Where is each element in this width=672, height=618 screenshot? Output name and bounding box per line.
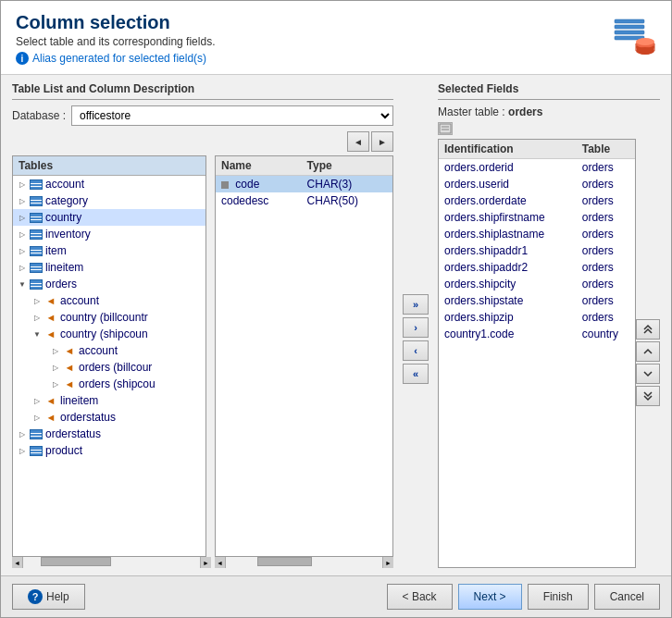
nav-back-button[interactable]: ◄: [347, 131, 369, 152]
nav-buttons: ◄ ►: [12, 131, 393, 152]
tree-label: product: [45, 444, 82, 457]
field-panel[interactable]: Name Type code CHAR(3: [215, 155, 393, 557]
col-identification: Identification: [439, 140, 577, 159]
add-one-button[interactable]: ›: [403, 317, 429, 338]
database-select[interactable]: officestore: [71, 105, 393, 126]
dialog-subtitle: Select table and its corresponding field…: [16, 35, 215, 48]
tree-label: account: [60, 294, 99, 307]
table-tree[interactable]: Tables ▷ account ▷ category: [12, 155, 206, 557]
link-icon: ◄: [63, 345, 76, 356]
scroll-track: [23, 557, 200, 568]
add-all-button[interactable]: »: [403, 294, 429, 315]
field-table: Name Type code CHAR(3: [216, 156, 392, 209]
back-button[interactable]: < Back: [387, 584, 453, 610]
dialog-hint: i Alias generated for selected field(s): [16, 52, 215, 65]
master-table-label: Master table : orders: [438, 105, 660, 118]
tree-item-category[interactable]: ▷ category: [13, 192, 205, 209]
tree-label: country (billcountr: [60, 311, 148, 324]
move-up-button[interactable]: [636, 341, 660, 362]
tree-item-orders-country-bill[interactable]: ▷ ◄ country (billcountr: [13, 309, 205, 326]
tree-item-product[interactable]: ▷ product: [13, 442, 205, 459]
help-label: Help: [46, 590, 69, 603]
cancel-button[interactable]: Cancel: [594, 584, 660, 610]
dialog-body: Table List and Column Description Databa…: [1, 75, 671, 575]
next-button[interactable]: Next >: [458, 584, 522, 610]
tree-item-lineitem[interactable]: ▷ lineitem: [13, 259, 205, 276]
selected-field-row[interactable]: orders.shipcityorders: [439, 276, 635, 292]
nav-forward-button[interactable]: ►: [371, 131, 393, 152]
tree-label: item: [45, 244, 67, 257]
svg-rect-1: [615, 25, 644, 29]
link-icon: ◄: [44, 328, 57, 340]
svg-point-6: [636, 38, 654, 45]
move-down-button[interactable]: [636, 364, 660, 384]
expand-icon: ▷: [31, 395, 43, 406]
tree-horiz-scrollbar[interactable]: ◄ ►: [12, 557, 211, 568]
info-icon: i: [16, 52, 29, 65]
field-horiz-scrollbar[interactable]: ◄ ►: [215, 557, 393, 568]
scroll-thumb: [257, 557, 312, 566]
svg-rect-10: [440, 124, 451, 133]
tree-item-orders-country-ship[interactable]: ▼ ◄ country (shipcoun: [13, 326, 205, 342]
scroll-left-btn[interactable]: ◄: [215, 557, 226, 568]
tree-item-country[interactable]: ▷ country: [13, 209, 205, 226]
tree-item-orders-country-ship-orders-bill[interactable]: ▷ ◄ orders (billcour: [13, 359, 205, 376]
selected-field-row[interactable]: orders.shipaddr1orders: [439, 242, 635, 259]
tree-item-orders-lineitem[interactable]: ▷ ◄ lineitem: [13, 392, 205, 409]
link-icon: ◄: [44, 395, 57, 406]
tree-item-orders-account[interactable]: ▷ ◄ account: [13, 292, 205, 309]
tree-item-orders-country-ship-account[interactable]: ▷ ◄ account: [13, 342, 205, 359]
remove-one-button[interactable]: ‹: [403, 340, 429, 361]
selected-field-row[interactable]: orders.shipaddr2orders: [439, 259, 635, 276]
move-bottom-button[interactable]: [636, 386, 660, 406]
tree-item-account[interactable]: ▷ account: [13, 176, 205, 192]
table-icon: [30, 229, 43, 240]
master-table-value: orders: [508, 105, 542, 118]
selected-field-row[interactable]: orders.orderidorders: [439, 159, 635, 177]
tree-label: orderstatus: [45, 427, 101, 440]
finish-button[interactable]: Finish: [528, 584, 589, 610]
expand-icon: ▷: [17, 195, 28, 206]
move-top-button[interactable]: [636, 319, 660, 340]
selected-field-row[interactable]: orders.shipstateorders: [439, 292, 635, 309]
selected-field-row[interactable]: orders.shipfirstnameorders: [439, 209, 635, 226]
edit-icon[interactable]: [438, 122, 453, 135]
tree-label: lineitem: [45, 261, 83, 274]
table-icon: [30, 262, 43, 273]
tree-label: orders (billcour: [79, 361, 152, 374]
table-icon: [30, 212, 43, 223]
expand-icon: ▷: [31, 412, 43, 423]
help-icon: ?: [28, 589, 43, 604]
field-row[interactable]: code CHAR(3): [216, 176, 392, 193]
table-icon: [30, 428, 43, 439]
scroll-right-btn[interactable]: ►: [382, 557, 393, 568]
tree-item-inventory[interactable]: ▷ inventory: [13, 226, 205, 242]
field-name: code: [216, 176, 302, 193]
tree-item-orders-orderstatus[interactable]: ▷ ◄ orderstatus: [13, 409, 205, 426]
expand-icon: ▷: [17, 212, 28, 223]
expand-icon: ▷: [17, 428, 28, 439]
svg-rect-0: [615, 19, 644, 23]
selected-fields-table[interactable]: Identification Table orders.orderidorder…: [438, 139, 636, 568]
scroll-right-btn[interactable]: ►: [200, 557, 211, 568]
remove-all-button[interactable]: «: [403, 364, 429, 384]
selected-field-row[interactable]: orders.shiplastnameorders: [439, 226, 635, 242]
selected-field-row[interactable]: orders.useridorders: [439, 176, 635, 192]
column-selection-dialog: Column selection Select table and its co…: [0, 0, 672, 618]
tree-label: orders (shipcou: [79, 377, 156, 390]
scroll-left-btn[interactable]: ◄: [12, 557, 23, 568]
selected-field-row[interactable]: orders.shipziporders: [439, 309, 635, 326]
expand-icon: ▷: [31, 312, 43, 323]
selected-field-row[interactable]: country1.codecountry: [439, 326, 635, 342]
tree-item-orders[interactable]: ▼ orders: [13, 276, 205, 292]
help-button[interactable]: ? Help: [12, 584, 85, 610]
tree-item-orders-country-ship-orders-ship[interactable]: ▷ ◄ orders (shipcou: [13, 376, 205, 392]
right-panel: Selected Fields Master table : orders: [438, 82, 660, 568]
expand-icon: ▷: [31, 295, 43, 306]
tree-item-orderstatus[interactable]: ▷ orderstatus: [13, 426, 205, 442]
field-row[interactable]: codedesc CHAR(50): [216, 192, 392, 209]
expand-icon: ▷: [17, 229, 28, 240]
expand-icon: ▷: [17, 262, 28, 273]
tree-item-item[interactable]: ▷ item: [13, 242, 205, 259]
selected-field-row[interactable]: orders.orderdateorders: [439, 192, 635, 209]
